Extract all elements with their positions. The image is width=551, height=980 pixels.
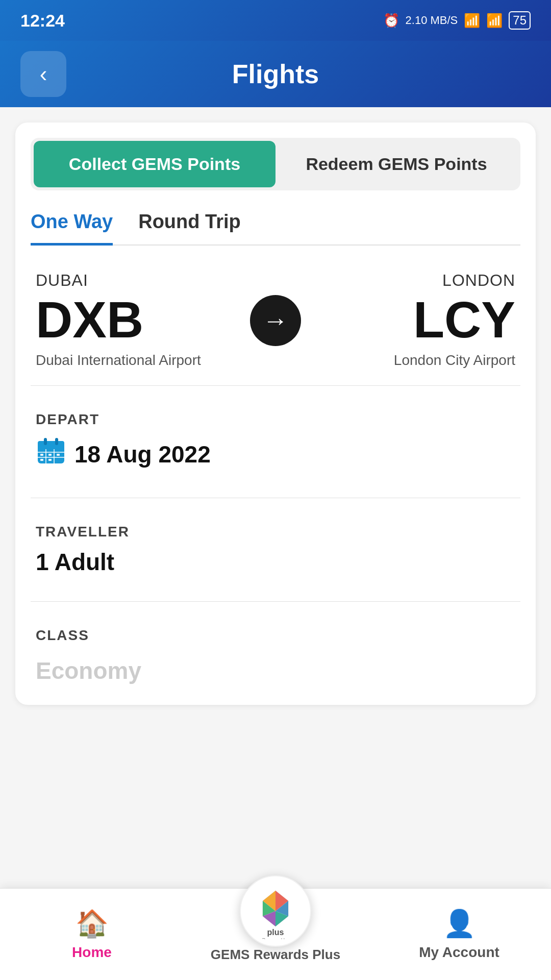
svg-rect-13 (48, 459, 52, 461)
svg-rect-2 (38, 446, 64, 449)
back-button[interactable]: ‹ (20, 51, 66, 97)
data-speed: 2.10 MB/S (406, 14, 458, 27)
arrival-full-name: London City Airport (316, 350, 515, 370)
redeem-gems-tab[interactable]: Redeem GEMS Points (276, 141, 517, 187)
departure-airport[interactable]: DUBAI DXB Dubai International Airport (36, 271, 235, 370)
svg-rect-7 (44, 438, 47, 445)
traveller-row[interactable]: TRAVELLER 1 Adult (31, 513, 520, 586)
traveller-value: 1 Adult (36, 548, 515, 576)
arrow-right-icon: → (263, 306, 288, 335)
nav-home[interactable]: 🏠 Home (0, 908, 184, 961)
alarm-icon: ⏰ (383, 13, 399, 29)
depart-row[interactable]: DEPART (31, 401, 520, 482)
signal-icon: 📶 (486, 13, 503, 29)
nav-my-account[interactable]: 👤 My Account (367, 908, 551, 961)
gems-rewards-label: GEMS Rewards Plus (211, 947, 340, 963)
depart-value: 18 Aug 2022 (36, 436, 515, 472)
class-row[interactable]: CLASS Economy (31, 617, 520, 690)
home-icon: 🏠 (76, 908, 109, 939)
gems-rewards-logo: plus Powered by (245, 880, 306, 942)
bottom-navigation: 🏠 Home plus Power (0, 888, 551, 980)
status-bar: 12:24 ⏰ 2.10 MB/S 📶 📶 75 (0, 0, 551, 41)
airport-route-section[interactable]: DUBAI DXB Dubai International Airport → … (31, 271, 520, 370)
traveller-label: TRAVELLER (36, 524, 515, 540)
home-label: Home (72, 944, 112, 961)
arrival-code: LCY (316, 294, 515, 345)
one-way-tab[interactable]: One Way (31, 211, 113, 246)
main-content: Collect GEMS Points Redeem GEMS Points O… (15, 122, 536, 705)
departure-city: DUBAI (36, 271, 235, 290)
gems-rewards-button[interactable]: plus Powered by (240, 875, 311, 947)
account-label: My Account (419, 944, 499, 961)
account-icon: 👤 (443, 908, 476, 939)
depart-date: 18 Aug 2022 (74, 440, 211, 468)
svg-rect-11 (57, 454, 60, 456)
divider-1 (31, 385, 520, 386)
depart-label: DEPART (36, 411, 515, 428)
round-trip-tab[interactable]: Round Trip (138, 211, 241, 244)
status-time: 12:24 (20, 11, 65, 31)
class-label: CLASS (36, 627, 515, 644)
divider-3 (31, 601, 520, 602)
divider-2 (31, 498, 520, 498)
class-value: Economy (36, 652, 515, 684)
svg-rect-9 (40, 454, 43, 456)
page-title: Flights (232, 59, 319, 89)
arrival-airport[interactable]: LONDON LCY London City Airport (316, 271, 515, 370)
departure-code: DXB (36, 294, 235, 345)
calendar-icon (36, 436, 66, 472)
header: ‹ Flights (0, 41, 551, 107)
gems-tabs: Collect GEMS Points Redeem GEMS Points (31, 138, 520, 190)
svg-text:Powered by: Powered by (262, 938, 289, 939)
nav-gems-rewards[interactable]: plus Powered by GEMS Rewards Plus (184, 875, 367, 963)
battery-icon: 75 (509, 11, 531, 30)
collect-gems-tab[interactable]: Collect GEMS Points (34, 141, 276, 187)
svg-rect-12 (40, 459, 43, 461)
arrival-city: LONDON (316, 271, 515, 290)
departure-full-name: Dubai International Airport (36, 350, 235, 370)
back-arrow-icon: ‹ (40, 63, 47, 85)
svg-rect-10 (48, 454, 52, 456)
flight-direction-indicator: → (250, 295, 301, 346)
wifi-icon: 📶 (464, 13, 480, 29)
status-icons: ⏰ 2.10 MB/S 📶 📶 75 (383, 11, 531, 30)
svg-text:plus: plus (267, 928, 284, 937)
svg-rect-8 (55, 438, 58, 445)
trip-tabs: One Way Round Trip (31, 211, 520, 246)
